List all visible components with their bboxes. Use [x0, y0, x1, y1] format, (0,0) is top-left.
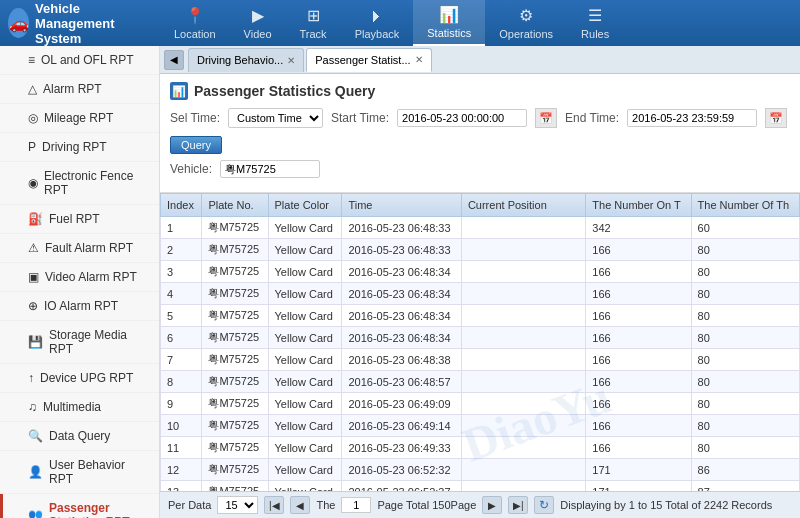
cell-on: 166 [586, 283, 691, 305]
next-page-button[interactable]: ▶ [482, 496, 502, 514]
table-row: 12 粤M75725 Yellow Card 2016-05-23 06:52:… [161, 459, 800, 481]
tab-passenger-stats[interactable]: Passenger Statist... ✕ [306, 48, 431, 72]
fuel-icon: ⛽ [28, 212, 43, 226]
per-data-select[interactable]: 15 30 50 [217, 496, 258, 514]
query-title-icon: 📊 [170, 82, 188, 100]
nav-track[interactable]: ⊞ Track [286, 0, 341, 46]
track-icon: ⊞ [307, 6, 320, 25]
sidebar-item-passenger-stats[interactable]: 👥 Passenger Statistics RPT [0, 494, 159, 518]
tab-close-driving[interactable]: ✕ [287, 55, 295, 66]
sidebar-item-io-alarm[interactable]: ⊕ IO Alarm RPT [0, 292, 159, 321]
table-row: 2 粤M75725 Yellow Card 2016-05-23 06:48:3… [161, 239, 800, 261]
logo-icon: 🚗 [8, 8, 29, 38]
app-header: 🚗 Vehicle Management System 📍 Location ▶… [0, 0, 800, 46]
tab-driving-behavio[interactable]: Driving Behavio... ✕ [188, 48, 304, 72]
cell-index: 13 [161, 481, 202, 492]
tab-collapse-button[interactable]: ◀ [164, 50, 184, 70]
cell-time: 2016-05-23 06:49:14 [342, 415, 461, 437]
nav-location[interactable]: 📍 Location [160, 0, 230, 46]
start-time-calendar-icon[interactable]: 📅 [535, 108, 557, 128]
cell-position [461, 217, 585, 239]
table-row: 4 粤M75725 Yellow Card 2016-05-23 06:48:3… [161, 283, 800, 305]
prev-page-button[interactable]: ◀ [290, 496, 310, 514]
sidebar: ≡ OL and OFL RPT △ Alarm RPT ◎ Mileage R… [0, 46, 160, 518]
sidebar-item-fuel[interactable]: ⛽ Fuel RPT [0, 205, 159, 234]
sidebar-item-electronic-fence[interactable]: ◉ Electronic Fence RPT [0, 162, 159, 205]
total-pages-label: Page Total 150Page [377, 499, 476, 511]
cell-index: 12 [161, 459, 202, 481]
cell-off: 80 [691, 415, 799, 437]
nav-video[interactable]: ▶ Video [230, 0, 286, 46]
cell-off: 87 [691, 481, 799, 492]
cell-index: 3 [161, 261, 202, 283]
sidebar-item-driving[interactable]: P Driving RPT [0, 133, 159, 162]
end-time-input[interactable] [627, 109, 757, 127]
sidebar-item-storage-media[interactable]: 💾 Storage Media RPT [0, 321, 159, 364]
table-row: 8 粤M75725 Yellow Card 2016-05-23 06:48:5… [161, 371, 800, 393]
cell-off: 80 [691, 327, 799, 349]
cell-plate: 粤M75725 [202, 261, 268, 283]
nav-rules[interactable]: ☰ Rules [567, 0, 623, 46]
main-layout: ≡ OL and OFL RPT △ Alarm RPT ◎ Mileage R… [0, 46, 800, 518]
location-icon: 📍 [185, 6, 205, 25]
sidebar-item-video-alarm[interactable]: ▣ Video Alarm RPT [0, 263, 159, 292]
sidebar-item-fault-alarm[interactable]: ⚠ Fault Alarm RPT [0, 234, 159, 263]
col-plate-color: Plate Color [268, 194, 342, 217]
cell-color: Yellow Card [268, 415, 342, 437]
video-icon: ▶ [252, 6, 264, 25]
user-behavior-icon: 👤 [28, 465, 43, 479]
sel-time-select[interactable]: Custom Time [228, 108, 323, 128]
electronic-fence-icon: ◉ [28, 176, 38, 190]
tab-close-passenger[interactable]: ✕ [415, 54, 423, 65]
table-header-row: Index Plate No. Plate Color Time Current… [161, 194, 800, 217]
sidebar-item-mileage[interactable]: ◎ Mileage RPT [0, 104, 159, 133]
cell-plate: 粤M75725 [202, 217, 268, 239]
cell-color: Yellow Card [268, 327, 342, 349]
app-logo: 🚗 Vehicle Management System [0, 1, 160, 46]
cell-position [461, 305, 585, 327]
sidebar-item-device-upg[interactable]: ↑ Device UPG RPT [0, 364, 159, 393]
cell-time: 2016-05-23 06:52:37 [342, 481, 461, 492]
nav-operations[interactable]: ⚙ Operations [485, 0, 567, 46]
cell-color: Yellow Card [268, 217, 342, 239]
table-row: 6 粤M75725 Yellow Card 2016-05-23 06:48:3… [161, 327, 800, 349]
query-button[interactable]: Query [170, 136, 222, 154]
cell-plate: 粤M75725 [202, 481, 268, 492]
cell-time: 2016-05-23 06:48:38 [342, 349, 461, 371]
cell-off: 80 [691, 305, 799, 327]
end-time-calendar-icon[interactable]: 📅 [765, 108, 787, 128]
sidebar-item-alarm[interactable]: △ Alarm RPT [0, 75, 159, 104]
last-page-button[interactable]: ▶| [508, 496, 528, 514]
sidebar-item-multimedia[interactable]: ♫ Multimedia [0, 393, 159, 422]
table-row: 11 粤M75725 Yellow Card 2016-05-23 06:49:… [161, 437, 800, 459]
cell-time: 2016-05-23 06:49:09 [342, 393, 461, 415]
col-plate-no: Plate No. [202, 194, 268, 217]
nav-statistics[interactable]: 📊 Statistics [413, 0, 485, 46]
start-time-input[interactable] [397, 109, 527, 127]
sidebar-item-data-query[interactable]: 🔍 Data Query [0, 422, 159, 451]
page-number-input[interactable] [341, 497, 371, 513]
cell-off: 80 [691, 283, 799, 305]
vehicle-input[interactable] [220, 160, 320, 178]
cell-plate: 粤M75725 [202, 349, 268, 371]
sidebar-item-ol-ofl[interactable]: ≡ OL and OFL RPT [0, 46, 159, 75]
first-page-button[interactable]: |◀ [264, 496, 284, 514]
cell-index: 11 [161, 437, 202, 459]
alarm-icon: △ [28, 82, 37, 96]
cell-off: 60 [691, 217, 799, 239]
sidebar-item-user-behavior[interactable]: 👤 User Behavior RPT [0, 451, 159, 494]
data-query-icon: 🔍 [28, 429, 43, 443]
nav-playback[interactable]: ⏵ Playback [341, 0, 414, 46]
cell-plate: 粤M75725 [202, 415, 268, 437]
cell-on: 166 [586, 261, 691, 283]
cell-off: 80 [691, 371, 799, 393]
cell-index: 5 [161, 305, 202, 327]
cell-on: 171 [586, 481, 691, 492]
cell-time: 2016-05-23 06:48:33 [342, 239, 461, 261]
refresh-button[interactable]: ↻ [534, 496, 554, 514]
cell-on: 166 [586, 371, 691, 393]
table-row: 9 粤M75725 Yellow Card 2016-05-23 06:49:0… [161, 393, 800, 415]
col-current-position: Current Position [461, 194, 585, 217]
video-alarm-icon: ▣ [28, 270, 39, 284]
cell-plate: 粤M75725 [202, 393, 268, 415]
